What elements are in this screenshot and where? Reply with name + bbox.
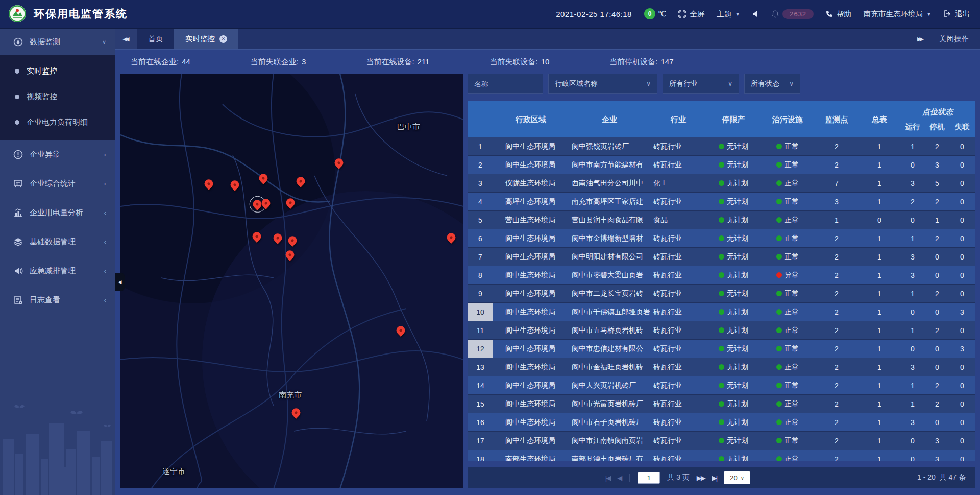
row-facility-status: 正常: [761, 363, 815, 372]
tab-home[interactable]: 首页: [137, 29, 174, 49]
row-region: 阆中生态环境局: [493, 160, 569, 170]
table-row[interactable]: 13 阆中生态环境局 阆中市金福旺页岩机砖 砖瓦行业 无计划 正常 2 1 3 …: [468, 358, 975, 376]
table-row[interactable]: 6 阆中生态环境局 阆中市金博瑞新型墙材 砖瓦行业 无计划 正常 2 1 1 2…: [468, 229, 975, 248]
sidebar-item-power-load-detail[interactable]: 企业电力负荷明细: [0, 109, 115, 135]
facility-status-dot: [776, 419, 782, 425]
row-run: 1: [900, 234, 925, 243]
sidebar-item-log-view[interactable]: 日志查看 ‹: [0, 286, 115, 315]
col-industry: 行业: [650, 102, 706, 137]
map-panel[interactable]: 巴中市南充市遂宁市: [120, 74, 463, 488]
table-row[interactable]: 8 阆中生态环境局 阆中市枣碧大梁山页岩 砖瓦行业 无计划 异常 2 1 3 0…: [468, 266, 975, 285]
row-limit-status: 无计划: [706, 308, 761, 317]
fullscreen-button[interactable]: 全屏: [678, 9, 704, 19]
table-row[interactable]: 17 阆中生态环境局 阆中市江南镇阆南页岩 砖瓦行业 无计划 正常 2 1 0 …: [468, 432, 975, 450]
sidebar-item-power-analysis[interactable]: 企业用电量分析 ‹: [0, 198, 115, 227]
row-company: 阆中市南方节能建材有: [569, 160, 650, 170]
row-company: 西南油气田分公司川中: [569, 179, 650, 188]
presentation-board-icon: [13, 179, 23, 188]
chevron-down-icon: ∨: [741, 475, 744, 481]
tabs-scroll-right-button[interactable]: ▶▶: [917, 36, 924, 42]
tab-realtime-monitor[interactable]: 实时监控 ✕: [174, 29, 238, 49]
row-region: 阆中生态环境局: [493, 436, 569, 445]
col-limit: 停限产: [706, 102, 761, 137]
facility-status-dot: [776, 309, 782, 315]
table-row[interactable]: 18 南部生态环境局 南部县鸿丰页岩砖厂有 砖瓦行业 无计划 正常 2 1 0 …: [468, 450, 975, 461]
limit-status-dot: [719, 162, 724, 168]
close-tab-icon[interactable]: ✕: [219, 35, 227, 43]
limit-status-dot: [719, 401, 724, 407]
row-industry: 食品: [650, 216, 706, 225]
row-meters: 1: [859, 179, 900, 187]
bar-chart-icon: [13, 208, 23, 218]
tabs-scroll-left-button[interactable]: ◀◀: [115, 29, 137, 49]
alert-circle-icon: [13, 150, 23, 159]
table-row[interactable]: 4 高坪生态环境局 南充市高坪区王家店建 砖瓦行业 无计划 正常 3 1 2 2…: [468, 193, 975, 211]
industry-select[interactable]: 所有行业 ∨: [663, 74, 739, 94]
theme-menu-button[interactable]: 主题▼: [717, 9, 740, 19]
table-row[interactable]: 7 阆中生态环境局 阆中明阳建材有限公司 砖瓦行业 无计划 正常 2 1 3 0…: [468, 248, 975, 266]
table-row[interactable]: 16 阆中生态环境局 阆中市石子页岩机砖厂 砖瓦行业 无计划 正常 2 1 3 …: [468, 413, 975, 432]
map-collapse-handle[interactable]: ◀: [115, 273, 125, 291]
row-limit-status: 无计划: [706, 160, 761, 170]
table-row[interactable]: 14 阆中生态环境局 阆中大兴页岩机砖厂 砖瓦行业 无计划 正常 2 1 1 2…: [468, 376, 975, 395]
row-points: 2: [815, 455, 859, 461]
row-industry: 砖瓦行业: [650, 344, 706, 353]
row-company: 阆中市金博瑞新型墙材: [569, 234, 650, 243]
table-row[interactable]: 11 阆中生态环境局 阆中市五马桥页岩机砖 砖瓦行业 无计划 正常 2 1 1 …: [468, 321, 975, 340]
alarm-notification[interactable]: 2632: [772, 9, 814, 19]
row-facility-status: 正常: [761, 252, 815, 262]
page-size-select[interactable]: 20 ∨: [724, 471, 750, 484]
next-page-button[interactable]: ▶▶: [697, 474, 705, 482]
org-menu-button[interactable]: 南充市生态环境局▼: [864, 9, 932, 19]
row-limit-status: 无计划: [706, 363, 761, 372]
last-page-button[interactable]: ▶|: [712, 474, 717, 482]
row-limit-status: 无计划: [706, 289, 761, 298]
name-search-input[interactable]: [468, 74, 543, 94]
page-number-input[interactable]: [638, 472, 660, 484]
chevron-down-icon: ∨: [721, 80, 732, 87]
table-row[interactable]: 10 阆中生态环境局 阆中市千佛镇五郎垭页岩 砖瓦行业 无计划 正常 2 1 0…: [468, 303, 975, 321]
sidebar-group-data-monitoring[interactable]: 数据监测 ∨: [0, 29, 115, 55]
table-row[interactable]: 12 阆中生态环境局 阆中市忠信建材有限公 砖瓦行业 无计划 正常 2 1 0 …: [468, 340, 975, 358]
table-row[interactable]: 3 仪陇生态环境局 西南油气田分公司川中 化工 无计划 正常 7 1 3 5 0: [468, 174, 975, 193]
region-select[interactable]: 行政区域名称 ∨: [548, 74, 657, 94]
mute-speaker-button[interactable]: [752, 10, 760, 17]
row-region: 阆中生态环境局: [493, 399, 569, 409]
sidebar-item-base-data[interactable]: 基础数据管理 ‹: [0, 227, 115, 256]
logout-button[interactable]: 退出: [944, 9, 970, 19]
sidebar-item-enterprise-abnormal[interactable]: 企业异常 ‹: [0, 140, 115, 169]
app-logo-icon: [8, 5, 27, 23]
sidebar-item-video-monitor[interactable]: 视频监控: [0, 84, 115, 109]
row-limit-status: 无计划: [706, 399, 761, 409]
log-document-icon: [13, 295, 23, 305]
row-meters: 1: [859, 198, 900, 206]
row-meters: 0: [859, 216, 900, 224]
close-operations-button[interactable]: 关闭操作: [939, 34, 969, 44]
row-industry: 砖瓦行业: [650, 455, 706, 461]
table-row[interactable]: 9 阆中生态环境局 阆中市二龙长宝页岩砖 砖瓦行业 无计划 正常 2 1 1 2…: [468, 285, 975, 303]
data-monitor-icon: [13, 37, 23, 47]
row-industry: 砖瓦行业: [650, 308, 706, 317]
row-run: 3: [900, 179, 925, 187]
table-row[interactable]: 5 营山生态环境局 营山县润丰肉食品有限 食品 无计划 正常 1 0 0 1 0: [468, 211, 975, 229]
butterfly-decoration: [14, 405, 111, 427]
row-stop: 2: [925, 143, 949, 151]
table-row[interactable]: 15 阆中生态环境局 阆中市光富页岩机砖厂 砖瓦行业 无计划 正常 2 1 1 …: [468, 395, 975, 413]
layers-icon: [13, 237, 23, 247]
row-index: 2: [468, 156, 493, 174]
table-row[interactable]: 2 阆中生态环境局 阆中市南方节能建材有 砖瓦行业 无计划 正常 2 1 0 3…: [468, 156, 975, 174]
row-facility-status: 正常: [761, 234, 815, 243]
help-button[interactable]: 帮助: [826, 9, 851, 19]
map-roads-layer: [120, 74, 463, 488]
table-header: 行政区域 企业 行业 停限产 治污设施 监测点 总表 点位状态 运行 停机 失联: [468, 101, 975, 137]
sidebar-item-realtime-monitor[interactable]: 实时监控: [0, 58, 115, 84]
stats-bar: 当前在线企业:44 当前失联企业:3 当前在线设备:211 当前失联设备:10 …: [115, 50, 980, 74]
prev-page-button[interactable]: ◀: [617, 474, 621, 482]
status-select[interactable]: 所有状态 ∨: [744, 74, 800, 94]
first-page-button[interactable]: |◀: [605, 474, 610, 482]
row-limit-status: 无计划: [706, 344, 761, 353]
row-lost: 0: [949, 363, 975, 371]
sidebar-item-enterprise-statistics[interactable]: 企业综合统计 ‹: [0, 169, 115, 198]
sidebar-item-emergency-reduction[interactable]: 应急减排管理 ‹: [0, 256, 115, 286]
table-row[interactable]: 1 阆中生态环境局 阆中强锐页岩砖厂 砖瓦行业 无计划 正常 2 1 1 2 0: [468, 137, 975, 156]
